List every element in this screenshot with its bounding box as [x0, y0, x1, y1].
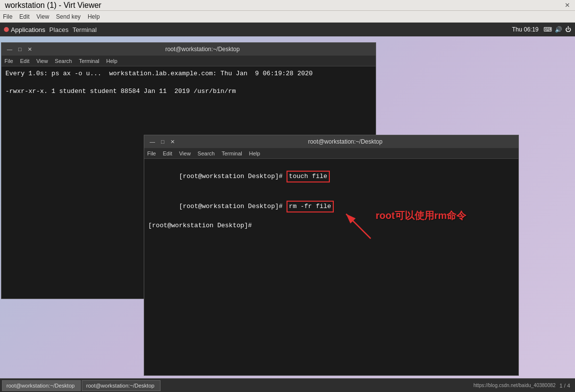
- terminal-1-minimize[interactable]: —: [5, 46, 14, 52]
- menu-edit[interactable]: Edit: [19, 13, 30, 20]
- t2-prompt2: [root@workstation Desktop]#: [179, 203, 286, 210]
- t2-menu-terminal[interactable]: Terminal: [222, 151, 242, 156]
- title-bar-title: workstation (1) - Virt Viewer: [5, 1, 101, 10]
- t2-menu-search[interactable]: Search: [197, 151, 215, 156]
- terminal-2-controls[interactable]: — □ ✕: [148, 139, 176, 145]
- menu-view[interactable]: View: [36, 13, 49, 20]
- terminal-1-line3: -rwxr-xr-x. 1 student student 88584 Jan …: [5, 87, 372, 96]
- desktop-area: 🗑 Trash — □ ✕ root@workstation:~/Desktop…: [0, 36, 575, 378]
- applications-label: Applications: [11, 26, 45, 33]
- terminal-2-minimize[interactable]: —: [148, 139, 157, 145]
- system-icons: ⌨ 🔊 ⏻: [543, 26, 571, 33]
- applications-button[interactable]: Applications: [4, 26, 45, 33]
- terminal-1-controls[interactable]: — □ ✕: [5, 46, 33, 53]
- t1-menu-edit[interactable]: Edit: [20, 58, 30, 64]
- terminal-button[interactable]: Terminal: [72, 26, 96, 33]
- applications-icon: [4, 27, 9, 32]
- terminal-1-line1: Every 1.0s: ps ax -o u... workstation.la…: [5, 69, 372, 78]
- t1-menu-file[interactable]: File: [4, 58, 13, 64]
- t2-prompt1: [root@workstation Desktop]#: [179, 173, 286, 180]
- t1-menu-terminal[interactable]: Terminal: [79, 58, 99, 64]
- menu-sendkey[interactable]: Send key: [56, 13, 81, 20]
- close-button[interactable]: ✕: [565, 1, 570, 9]
- terminal-1-title: root@workstation:~/Desktop: [33, 46, 372, 53]
- taskbar-item-2[interactable]: root@workstation:~/Desktop: [82, 380, 160, 391]
- terminal-2-menubar: File Edit View Search Terminal Help: [144, 148, 518, 159]
- terminal-2-line3: [root@workstation Desktop]#: [148, 221, 514, 230]
- terminal-2-maximize[interactable]: □: [160, 139, 166, 145]
- t2-cmd1-highlighted: touch file: [287, 171, 330, 182]
- keyboard-icon: ⌨: [543, 26, 552, 33]
- terminal-2-line1: [root@workstation Desktop]# touch file: [148, 162, 514, 192]
- terminal-2-title: root@workstation:~/Desktop: [176, 138, 514, 145]
- t2-menu-view[interactable]: View: [179, 151, 191, 156]
- virt-viewer-menubar: File Edit View Send key Help: [0, 11, 575, 23]
- t1-menu-view[interactable]: View: [36, 58, 48, 64]
- desktop-bar-left: Applications Places Terminal: [4, 26, 96, 33]
- terminal-1-close[interactable]: ✕: [26, 46, 33, 53]
- volume-icon: 🔊: [555, 26, 562, 33]
- taskbar-item-1[interactable]: root@workstation:~/Desktop: [2, 380, 81, 391]
- desktop-bar-right: Thu 06:19 ⌨ 🔊 ⏻: [512, 26, 571, 33]
- terminal-window-2[interactable]: — □ ✕ root@workstation:~/Desktop File Ed…: [144, 135, 519, 376]
- menu-file[interactable]: File: [3, 13, 12, 20]
- terminal-1-menubar: File Edit View Search Terminal Help: [1, 56, 376, 66]
- menu-help[interactable]: Help: [88, 13, 100, 20]
- t2-menu-edit[interactable]: Edit: [163, 151, 172, 156]
- terminal-1-line2: [5, 78, 372, 87]
- places-button[interactable]: Places: [49, 26, 68, 33]
- desktop-topbar: Applications Places Terminal Thu 06:19 ⌨…: [0, 23, 575, 36]
- t1-menu-search[interactable]: Search: [55, 58, 72, 64]
- clock: Thu 06:19: [512, 26, 539, 33]
- taskbar-page-info: https://blog.csdn.net/baidu_40380082: [474, 383, 559, 388]
- t2-cmd2-highlighted: rm -fr file: [287, 201, 334, 212]
- taskbar-page-num: 1 / 4: [560, 383, 573, 389]
- taskbar: root@workstation:~/Desktop root@workstat…: [0, 378, 575, 392]
- terminal-1-maximize[interactable]: □: [17, 46, 23, 52]
- terminal-2-close[interactable]: ✕: [169, 139, 176, 145]
- t2-menu-help[interactable]: Help: [249, 151, 260, 156]
- terminal-2-titlebar: — □ ✕ root@workstation:~/Desktop: [144, 135, 518, 148]
- virt-viewer-titlebar: workstation (1) - Virt Viewer ✕: [0, 0, 575, 11]
- terminal-2-content: [root@workstation Desktop]# touch file […: [144, 159, 518, 375]
- t1-menu-help[interactable]: Help: [106, 58, 118, 64]
- terminal-1-titlebar: — □ ✕ root@workstation:~/Desktop: [1, 43, 376, 56]
- t2-menu-file[interactable]: File: [147, 151, 156, 156]
- terminal-2-line2: [root@workstation Desktop]# rm -fr file: [148, 192, 514, 222]
- power-icon: ⏻: [565, 26, 571, 33]
